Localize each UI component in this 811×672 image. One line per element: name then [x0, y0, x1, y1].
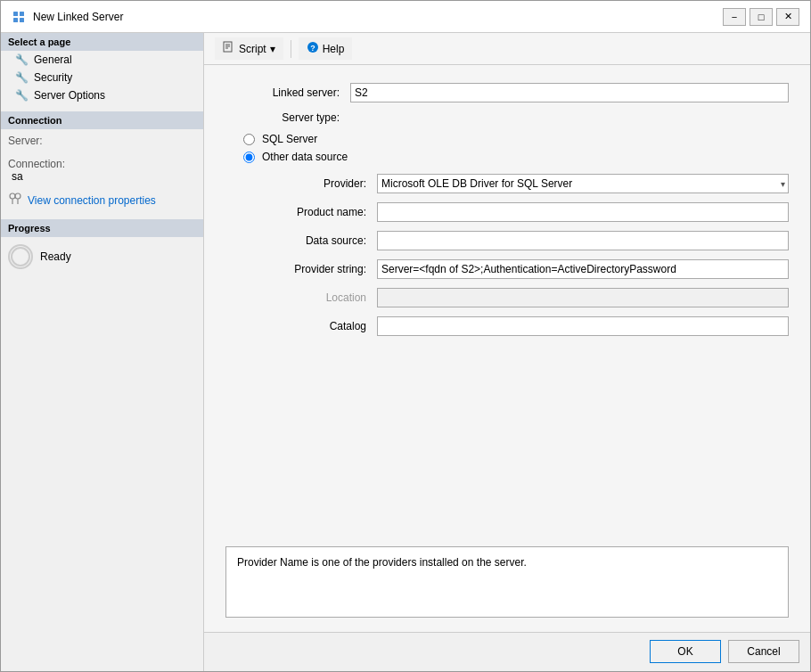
connection-user-row: Connection: sa [1, 152, 203, 188]
location-input[interactable] [377, 288, 789, 307]
sidebar-item-server-options-label: Server Options [34, 89, 105, 102]
help-button[interactable]: ? Help [299, 37, 353, 60]
toolbar: Script ▾ ? Help [204, 33, 810, 65]
other-data-source-radio[interactable] [243, 152, 255, 163]
linked-server-row: Linked server: [225, 83, 789, 102]
svg-point-5 [15, 193, 20, 199]
general-icon: 🔧 [15, 53, 29, 66]
connection-section-header: Connection [1, 111, 203, 129]
server-options-icon: 🔧 [15, 89, 29, 102]
sql-server-radio[interactable] [243, 134, 255, 145]
security-icon: 🔧 [15, 71, 29, 84]
svg-text:?: ? [310, 44, 315, 53]
connection-label: Connection: [8, 158, 65, 170]
linked-server-label: Linked server: [225, 86, 350, 99]
provider-string-label: Provider string: [261, 263, 377, 275]
title-bar: New Linked Server − □ ✕ [1, 1, 810, 33]
bottom-bar: OK Cancel [204, 632, 810, 671]
svg-point-8 [12, 248, 29, 266]
toolbar-divider [291, 40, 291, 58]
view-connection-label: View connection properties [28, 194, 156, 207]
product-name-input[interactable] [377, 202, 789, 222]
window-icon [12, 10, 26, 24]
main-content: Select a page 🔧 General 🔧 Security 🔧 Ser… [1, 33, 810, 671]
provider-string-row: Provider string: [261, 259, 789, 279]
minimize-button[interactable]: − [723, 8, 746, 26]
script-label: Script [239, 43, 266, 55]
product-name-label: Product name: [261, 206, 377, 218]
maximize-button[interactable]: □ [750, 8, 773, 26]
progress-section-header: Progress [1, 219, 203, 237]
cancel-button[interactable]: Cancel [728, 640, 799, 663]
server-type-radio-group: SQL Server Other data source [225, 133, 789, 163]
window-controls: − □ ✕ [723, 8, 799, 26]
svg-rect-0 [13, 12, 18, 16]
close-button[interactable]: ✕ [776, 8, 799, 26]
data-source-input[interactable] [377, 231, 789, 250]
catalog-input[interactable] [377, 316, 789, 336]
connection-value: sa [8, 170, 23, 183]
sql-server-label: SQL Server [262, 133, 317, 145]
progress-spinner [8, 244, 33, 269]
other-data-source-label: Other data source [262, 151, 348, 163]
server-label: Server: [8, 135, 43, 147]
sidebar-item-server-options[interactable]: 🔧 Server Options [1, 86, 203, 104]
provider-select-wrapper: Microsoft OLE DB Driver for SQL Server M… [377, 174, 789, 193]
sql-server-radio-row[interactable]: SQL Server [243, 133, 789, 145]
data-source-row: Data source: [261, 231, 789, 250]
svg-rect-2 [13, 18, 18, 22]
provider-row: Provider: Microsoft OLE DB Driver for SQ… [261, 174, 789, 193]
svg-point-4 [10, 193, 15, 199]
svg-rect-3 [20, 18, 24, 22]
server-value [43, 135, 46, 147]
right-panel: Script ▾ ? Help L [204, 33, 810, 671]
location-row: Location [261, 288, 789, 307]
provider-select[interactable]: Microsoft OLE DB Driver for SQL Server M… [377, 174, 789, 193]
server-type-row: Server type: [225, 111, 789, 124]
info-text: Provider Name is one of the providers in… [237, 556, 527, 569]
catalog-label: Catalog [261, 320, 377, 332]
sidebar-item-general[interactable]: 🔧 General [1, 51, 203, 69]
server-type-label: Server type: [225, 111, 350, 124]
form-area: Linked server: Server type: SQL Server O [204, 65, 810, 539]
linked-server-input[interactable] [350, 83, 789, 102]
help-label: Help [323, 43, 345, 55]
provider-label: Provider: [261, 177, 377, 190]
dialog-window: New Linked Server − □ ✕ Select a page 🔧 … [0, 0, 811, 672]
sidebar-item-general-label: General [34, 53, 72, 66]
script-dropdown-icon: ▾ [270, 43, 275, 55]
ok-button[interactable]: OK [650, 640, 721, 663]
data-source-label: Data source: [261, 234, 377, 247]
view-connection-link[interactable]: View connection properties [1, 188, 203, 212]
script-button[interactable]: Script ▾ [215, 37, 283, 60]
sidebar-item-security[interactable]: 🔧 Security [1, 69, 203, 86]
progress-status: Ready [40, 250, 71, 263]
other-data-source-radio-row[interactable]: Other data source [243, 151, 789, 163]
help-icon: ? [307, 41, 319, 56]
connection-icon [8, 192, 22, 209]
info-box: Provider Name is one of the providers in… [225, 546, 789, 618]
window-title: New Linked Server [33, 11, 723, 23]
sidebar-item-security-label: Security [34, 71, 72, 84]
product-name-row: Product name: [261, 202, 789, 222]
progress-info: Ready [1, 237, 203, 276]
script-icon [223, 41, 235, 56]
sidebar: Select a page 🔧 General 🔧 Security 🔧 Ser… [1, 33, 204, 671]
location-label: Location [261, 291, 377, 304]
provider-string-input[interactable] [377, 259, 789, 279]
catalog-row: Catalog [261, 316, 789, 336]
svg-rect-1 [20, 12, 24, 16]
select-page-header: Select a page [1, 33, 203, 51]
connection-server-row: Server: [1, 129, 203, 152]
